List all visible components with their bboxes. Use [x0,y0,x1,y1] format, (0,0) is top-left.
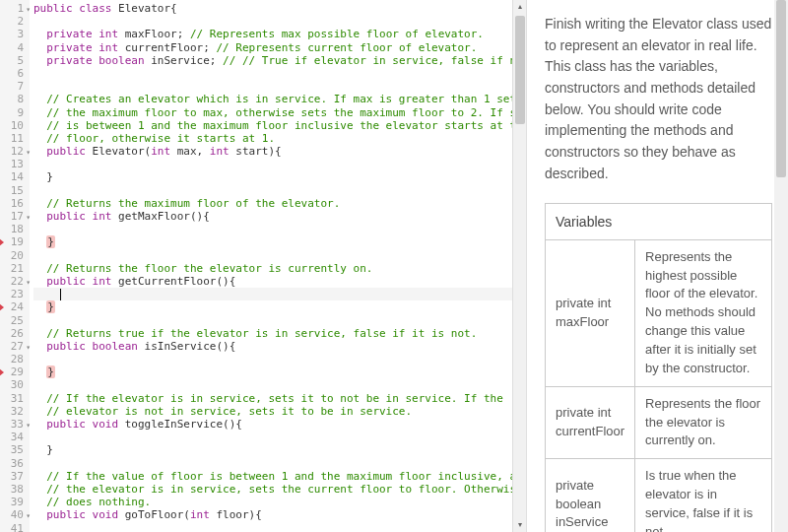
line-number[interactable]: 12 [0,145,30,158]
code-line[interactable] [33,158,526,170]
variable-declaration: private int maxFloor [546,239,635,386]
code-line[interactable] [33,184,526,197]
line-number[interactable]: 32 [0,405,30,418]
line-number[interactable]: 28 [0,353,30,366]
line-number[interactable]: 17 [0,210,30,223]
code-line[interactable]: // Creates an elevator which is in servi… [33,93,526,105]
code-line[interactable]: // Returns the floor the elevator is cur… [33,262,526,275]
line-number[interactable]: 36 [0,457,30,470]
table-row: private boolean inService Is true when t… [546,459,772,532]
code-line[interactable] [33,353,526,366]
code-line[interactable]: } [33,170,526,183]
line-number[interactable]: 21 [0,262,30,275]
code-line[interactable]: // If the elevator is in service, sets i… [33,392,526,405]
app-root: 1234567891011121314151617181920212223242… [0,0,788,532]
line-number[interactable]: 7 [0,80,30,93]
code-line[interactable]: public class Elevator{ [33,2,526,15]
line-number[interactable]: 1 [0,2,30,15]
code-content[interactable]: public class Elevator{ private int maxFl… [30,0,526,532]
code-editor[interactable]: 1234567891011121314151617181920212223242… [0,0,526,532]
code-line[interactable]: // Returns the maximum floor of the elev… [33,197,526,210]
editor-vertical-scrollbar[interactable]: ▴ ▾ [512,0,526,532]
line-number[interactable]: 6 [0,67,30,80]
code-line[interactable]: // elevator is not in service, sets it t… [33,405,526,418]
editor-scrollbar-thumb[interactable] [515,16,525,124]
variable-declaration: private int currentFloor [546,386,635,459]
code-line[interactable] [33,223,526,235]
line-number[interactable]: 16 [0,197,30,210]
line-number[interactable]: 38 [0,483,30,496]
description-scrollbar-thumb[interactable] [776,0,786,177]
line-number[interactable]: 31 [0,392,30,405]
line-number[interactable]: 20 [0,249,30,262]
code-line[interactable]: } [33,366,526,378]
code-line[interactable] [33,457,526,470]
description-vertical-scrollbar[interactable] [774,0,788,532]
line-number[interactable]: 4 [0,41,30,54]
scroll-up-arrow-icon[interactable]: ▴ [513,0,527,14]
code-line[interactable] [33,522,526,533]
code-line[interactable]: public int getCurrentFloor(){ [33,275,526,288]
code-line[interactable] [33,249,526,262]
code-line[interactable]: public boolean isInService(){ [33,340,526,353]
code-line[interactable] [33,80,526,93]
line-number[interactable]: 13 [0,158,30,170]
line-number[interactable]: 18 [0,223,30,235]
scroll-down-arrow-icon[interactable]: ▾ [513,518,527,532]
line-number[interactable]: 15 [0,184,30,197]
code-line[interactable]: } [33,300,526,313]
line-number[interactable]: 27 [0,340,30,353]
line-number[interactable]: 2 [0,15,30,28]
code-line[interactable]: } [33,443,526,456]
code-line[interactable] [33,288,526,300]
code-line[interactable]: public Elevator(int max, int start){ [33,145,526,158]
code-line[interactable]: public void goToFloor(int floor){ [33,508,526,521]
line-number[interactable]: 23 [0,288,30,300]
code-line[interactable]: private int currentFloor; // Represents … [33,41,526,54]
variable-description: Represents the floor the elevator is cur… [635,386,772,459]
code-line[interactable]: // the elevator is in service, sets the … [33,483,526,496]
line-number[interactable]: 24 [0,300,30,313]
code-line[interactable] [33,314,526,327]
line-number[interactable]: 37 [0,470,30,483]
code-line[interactable]: // the maximum floor to max, otherwise s… [33,106,526,119]
line-number[interactable]: 25 [0,314,30,327]
line-number[interactable]: 22 [0,275,30,288]
line-number[interactable]: 26 [0,327,30,340]
line-number[interactable]: 10 [0,119,30,132]
line-number[interactable]: 39 [0,496,30,508]
code-line[interactable]: private boolean inService; // // True if… [33,54,526,67]
variable-declaration: private boolean inService [546,459,635,532]
code-line[interactable]: } [33,235,526,248]
code-line[interactable]: // does nothing. [33,496,526,508]
line-number[interactable]: 34 [0,431,30,443]
line-number-gutter[interactable]: 1234567891011121314151617181920212223242… [0,0,30,532]
line-number[interactable]: 29 [0,366,30,378]
code-line[interactable]: public void toggleInService(){ [33,418,526,431]
code-line[interactable]: // If the value of floor is between 1 an… [33,470,526,483]
code-line[interactable] [33,431,526,443]
line-number[interactable]: 30 [0,378,30,391]
code-line[interactable] [33,378,526,391]
table-row: private int maxFloor Represents the high… [546,239,772,386]
code-line[interactable] [33,15,526,28]
line-number[interactable]: 33 [0,418,30,431]
code-line[interactable] [33,67,526,80]
line-number[interactable]: 5 [0,54,30,67]
line-number[interactable]: 41 [0,522,30,533]
line-number[interactable]: 3 [0,28,30,40]
line-number[interactable]: 8 [0,93,30,105]
line-number[interactable]: 35 [0,443,30,456]
line-number[interactable]: 40 [0,508,30,521]
variables-header-row: Variables [546,203,772,239]
code-line[interactable]: private int maxFloor; // Represents max … [33,28,526,40]
code-line[interactable]: public int getMaxFloor(){ [33,210,526,223]
line-number[interactable]: 14 [0,170,30,183]
variable-description: Represents the highest possible floor of… [635,239,772,386]
line-number[interactable]: 9 [0,106,30,119]
code-line[interactable]: // is between 1 and the maximum floor in… [33,119,526,132]
code-line[interactable]: // floor, otherwise it starts at 1. [33,132,526,145]
line-number[interactable]: 19 [0,235,30,248]
code-line[interactable]: // Returns true if the elevator is in se… [33,327,526,340]
line-number[interactable]: 11 [0,132,30,145]
